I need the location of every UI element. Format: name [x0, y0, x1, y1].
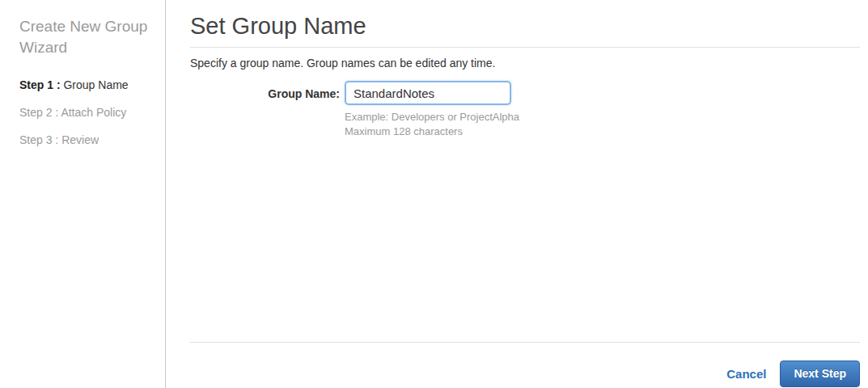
- sidebar-step-3-review: Step 3 : Review: [19, 134, 149, 146]
- wizard-title: Create New Group Wizard: [19, 16, 149, 58]
- step-3-prefix: Step 3 :: [19, 133, 58, 146]
- sidebar-step-1-group-name: Step 1 : Group Name: [19, 79, 149, 91]
- title-divider: [190, 47, 860, 48]
- group-name-max-hint: Maximum 128 characters: [345, 124, 519, 139]
- step-3-label: Review: [61, 133, 99, 146]
- group-name-example-hint: Example: Developers or ProjectAlpha: [345, 110, 519, 124]
- step-2-prefix: Step 2 :: [19, 106, 58, 119]
- main-content: Set Group Name Specify a group name. Gro…: [166, 0, 868, 388]
- wizard-sidebar: Create New Group Wizard Step 1 : Group N…: [0, 0, 166, 388]
- cancel-button[interactable]: Cancel: [726, 367, 766, 381]
- step-1-prefix: Step 1 :: [19, 78, 61, 91]
- next-step-button[interactable]: Next Step: [780, 361, 860, 387]
- group-name-form-row: Group Name: Example: Developers or Proje…: [190, 81, 860, 139]
- step-2-label: Attach Policy: [61, 106, 126, 119]
- group-name-label: Group Name:: [190, 81, 340, 100]
- step-1-label: Group Name: [63, 78, 128, 91]
- group-name-field: Example: Developers or ProjectAlpha Maxi…: [345, 81, 519, 139]
- footer-divider: [190, 342, 860, 343]
- wizard-footer: Cancel Next Step: [190, 342, 860, 387]
- page-description: Specify a group name. Group names can be…: [190, 57, 860, 70]
- footer-actions: Cancel Next Step: [190, 361, 860, 387]
- create-group-wizard-page: Create New Group Wizard Step 1 : Group N…: [0, 0, 868, 388]
- page-title: Set Group Name: [190, 13, 860, 40]
- sidebar-step-2-attach-policy: Step 2 : Attach Policy: [19, 107, 149, 119]
- group-name-input[interactable]: [345, 81, 511, 105]
